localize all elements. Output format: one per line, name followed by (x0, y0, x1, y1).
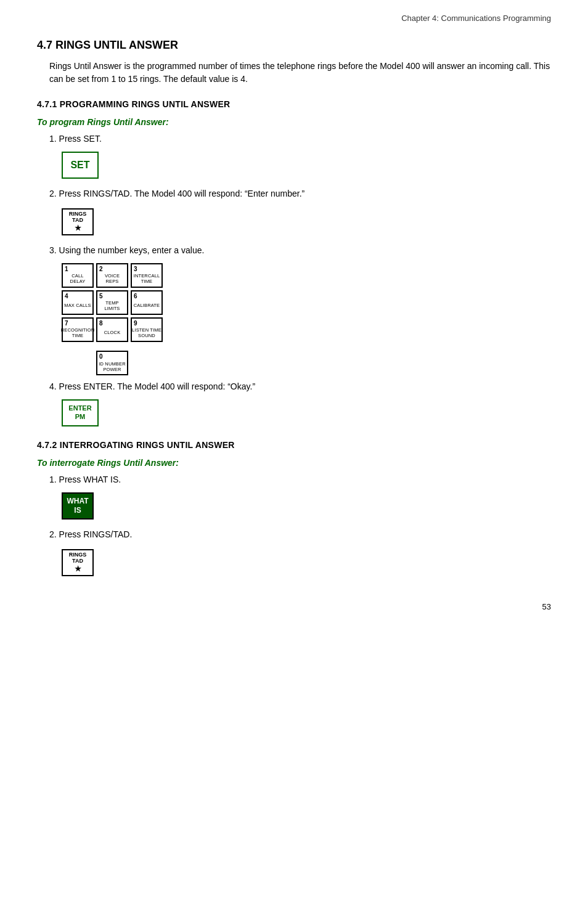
key-2[interactable]: 2 VOICEREPS (96, 263, 128, 288)
key-7-label: RECOGNITIONTIME (61, 327, 95, 338)
step-4: 4. Press ENTER. The Model 400 will respo… (49, 380, 551, 426)
key-4[interactable]: 4 MAX CALLS (62, 290, 94, 315)
rings-label: RINGS (69, 211, 87, 218)
key-5[interactable]: 5 TEMP LIMITS (96, 290, 128, 315)
step-2-text: 2. Press RINGS/TAD. The Model 400 will r… (49, 187, 551, 200)
step-2-button-container: RINGS TAD ★ (62, 206, 551, 235)
rings-tad-button-step2-interr[interactable]: RINGS TAD ★ (62, 549, 94, 576)
enter-button[interactable]: ENTER PM (62, 399, 99, 426)
interrogate-step-1: 1. Press WHAT IS. WHAT IS (49, 473, 551, 520)
enter-label: ENTER (68, 404, 91, 412)
set-label: SET (70, 159, 89, 171)
chapter-header: Chapter 4: Communications Programming (37, 12, 551, 27)
step-1: 1. Press SET. SET (49, 132, 551, 179)
key-9-number: 9 (134, 320, 137, 327)
key-6-number: 6 (134, 293, 137, 300)
interrogate-step-1-text: 1. Press WHAT IS. (49, 473, 551, 486)
key-7-number: 7 (65, 320, 68, 327)
key-9-label: LISTEN TIMESOUND (132, 327, 161, 338)
section-4-7-1-subtitle: To program Rings Until Answer: (37, 116, 551, 129)
key-4-label: MAX CALLS (64, 303, 91, 308)
star-label: ★ (75, 224, 81, 232)
step-3: 3. Using the number keys, enter a value.… (49, 244, 551, 375)
key-0-number: 0 (99, 353, 103, 361)
key-8-label: CLOCK (104, 330, 121, 335)
key-0[interactable]: 0 ID NUMBERPOWER (96, 351, 128, 375)
section-4-7-2-title: 4.7.2 INTERROGATING RINGS UNTIL ANSWER (37, 439, 551, 452)
key-1[interactable]: 1 CALLDELAY (62, 263, 94, 288)
key-3-number: 3 (134, 266, 137, 273)
interrogate-step-2: 2. Press RINGS/TAD. RINGS TAD ★ (49, 528, 551, 576)
key-2-label: VOICEREPS (105, 273, 120, 284)
is-label: IS (74, 506, 81, 515)
key-1-label: CALLDELAY (70, 273, 86, 284)
key-4-number: 4 (65, 293, 68, 300)
interrogate-step-2-text: 2. Press RINGS/TAD. (49, 528, 551, 541)
section-4-7-2-subtitle: To interrogate Rings Until Answer: (37, 457, 551, 470)
what-is-button[interactable]: WHAT IS (62, 492, 94, 520)
key-7[interactable]: 7 RECOGNITIONTIME (62, 317, 94, 342)
key-0-label: ID NUMBERPOWER (99, 361, 125, 372)
key-1-number: 1 (65, 266, 68, 273)
rings-tad-button-step2[interactable]: RINGS TAD ★ (62, 208, 94, 235)
star-label-2: ★ (75, 565, 81, 573)
zero-row: 0 ID NUMBERPOWER (96, 351, 551, 375)
step-4-button-container: ENTER PM (62, 399, 551, 426)
pm-label: PM (75, 413, 86, 421)
rings-label-2: RINGS (69, 552, 87, 558)
section-4-7-description: Rings Until Answer is the programmed num… (49, 60, 551, 86)
tad-label-2: TAD (72, 558, 83, 565)
key-8[interactable]: 8 CLOCK (96, 317, 128, 342)
interrogate-step-2-button-container: RINGS TAD ★ (62, 547, 551, 576)
step-3-text: 3. Using the number keys, enter a value. (49, 244, 551, 257)
tad-label: TAD (72, 217, 83, 224)
chapter-title: Chapter 4: Communications Programming (401, 14, 551, 23)
key-8-number: 8 (99, 320, 103, 327)
key-2-number: 2 (99, 266, 103, 273)
key-3-label: INTERCALLTIME (134, 273, 160, 284)
step-1-text: 1. Press SET. (49, 132, 551, 145)
section-4-7-title: 4.7 RINGS UNTIL ANSWER (37, 37, 551, 54)
step-1-button-container: SET (62, 152, 551, 179)
key-9[interactable]: 9 LISTEN TIMESOUND (131, 317, 163, 342)
page-number: 53 (37, 601, 551, 613)
key-5-number: 5 (99, 293, 103, 300)
interrogate-step-1-button-container: WHAT IS (62, 492, 551, 520)
what-label: WHAT (67, 497, 88, 505)
step-4-text: 4. Press ENTER. The Model 400 will respo… (49, 380, 551, 393)
key-6-label: CALIBRATE (134, 303, 160, 308)
section-4-7-1-title: 4.7.1 PROGRAMMING RINGS UNTIL ANSWER (37, 98, 551, 111)
set-button[interactable]: SET (62, 152, 99, 179)
key-3[interactable]: 3 INTERCALLTIME (131, 263, 163, 288)
step-2: 2. Press RINGS/TAD. The Model 400 will r… (49, 187, 551, 235)
key-6[interactable]: 6 CALIBRATE (131, 290, 163, 315)
key-5-label: TEMP LIMITS (97, 300, 127, 311)
numpad-grid: 1 CALLDELAY 2 VOICEREPS 3 INTERCALLTIME … (62, 263, 551, 342)
